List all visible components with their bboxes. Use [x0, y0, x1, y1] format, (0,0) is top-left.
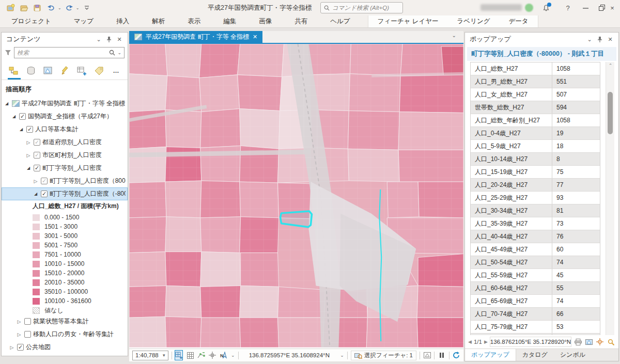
add-standalone-table-button[interactable]	[74, 64, 89, 77]
map-canvas[interactable]	[129, 44, 463, 349]
undo-button[interactable]	[45, 2, 57, 13]
popup-scrollbar[interactable]: ⌃	[606, 62, 614, 335]
coordinates-dropdown-icon[interactable]: ⌄	[340, 353, 344, 358]
statusbar-more-icon[interactable]: ⌄	[231, 353, 235, 358]
extent-button[interactable]	[423, 350, 431, 360]
tree-expander-icon[interactable]	[33, 179, 39, 184]
grid-button[interactable]	[186, 350, 194, 360]
layer-tree-item[interactable]: 人口等基本集計	[2, 123, 128, 136]
dock-tab[interactable]: カタログ	[516, 349, 554, 361]
list-by-editing-button[interactable]	[58, 64, 73, 77]
pin-icon[interactable]	[104, 34, 114, 44]
zoom-to-feature-icon[interactable]	[596, 337, 605, 347]
list-by-drawing-order-button[interactable]	[7, 64, 22, 77]
layer-tree-item[interactable]: 町丁字等別_人口密度	[2, 162, 128, 175]
redo-button[interactable]	[64, 2, 75, 13]
tree-expander-icon[interactable]	[9, 345, 15, 350]
previous-feature-icon[interactable]: ◀	[468, 339, 472, 344]
next-feature-icon[interactable]: ▶	[484, 339, 488, 344]
layer-tree-item[interactable]: 就業状態等基本集計	[2, 315, 128, 328]
ribbon-tab[interactable]: 解析	[141, 15, 176, 27]
close-window-button[interactable]: ×	[603, 0, 620, 15]
layer-tree-item[interactable]: 平成27年国勢調査 町丁・字等 全指標	[2, 97, 128, 110]
layer-tree-item[interactable]: 公共地図	[2, 341, 128, 354]
tab-list-dropdown-icon[interactable]: ⌄	[452, 33, 456, 38]
contents-more-options-button[interactable]: …	[109, 64, 123, 77]
user-avatar[interactable]	[525, 4, 533, 12]
pause-drawing-button[interactable]	[438, 350, 446, 360]
tree-expander-icon[interactable]	[4, 101, 10, 106]
selected-features-indicator[interactable]: 選択フィーチャ: 1	[351, 351, 416, 360]
list-by-data-source-button[interactable]	[24, 64, 39, 77]
scrollbar-thumb[interactable]	[608, 92, 613, 134]
new-project-button[interactable]	[5, 2, 17, 13]
layer-visibility-checkbox[interactable]	[26, 126, 33, 133]
tree-expander-icon[interactable]	[25, 166, 32, 170]
popup-pager[interactable]: ◀ 1/1 ▶	[468, 339, 488, 345]
tree-expander-icon[interactable]	[18, 127, 24, 132]
ribbon-tab[interactable]: 画像	[247, 15, 283, 27]
customize-quick-access-button[interactable]	[81, 2, 92, 13]
layer-visibility-checkbox[interactable]	[41, 191, 48, 197]
ribbon-tab[interactable]: 表示	[176, 15, 212, 27]
label-visibility-button[interactable]	[91, 64, 106, 77]
layer-tree-item[interactable]: 移動人口の男女・年齢等集計	[2, 328, 128, 341]
filter-icon[interactable]	[5, 50, 11, 56]
layer-tree-item[interactable]: 国勢調査_全指標（平成27年）	[2, 110, 128, 123]
list-by-selection-button[interactable]	[41, 64, 56, 77]
save-project-button[interactable]	[32, 2, 43, 13]
tree-expander-icon[interactable]	[25, 153, 32, 158]
layer-visibility-checkbox[interactable]	[24, 318, 31, 325]
layer-visibility-checkbox[interactable]	[34, 152, 40, 159]
scroll-up-icon[interactable]: ⌃	[606, 63, 615, 68]
tree-expander-icon[interactable]	[16, 332, 22, 337]
ribbon-tab[interactable]: ヘルプ	[319, 15, 361, 27]
layer-visibility-checkbox[interactable]	[24, 331, 31, 338]
panel-menu-icon[interactable]: ⌄	[94, 34, 104, 44]
command-search-input[interactable]: コマンド検索 (Alt+Q)	[320, 2, 403, 13]
layer-visibility-checkbox[interactable]	[17, 344, 24, 351]
tree-expander-icon[interactable]	[11, 114, 17, 119]
ribbon-tab[interactable]: 挿入	[105, 15, 141, 27]
map-tab[interactable]: 平成27年国勢調査 町丁・字等 全指標 ✕	[129, 31, 262, 43]
pin-icon[interactable]	[595, 34, 605, 44]
layer-tree-item[interactable]: 市区町村別_人口密度	[2, 149, 128, 162]
tree-expander-icon[interactable]	[25, 140, 32, 145]
tree-expander-icon[interactable]	[33, 192, 39, 196]
popup-feature-header[interactable]: 町丁字等別_人口密度（-80000） - 則武１丁目	[467, 47, 616, 61]
close-icon[interactable]: ✕	[114, 34, 125, 44]
ribbon-contextual-tab[interactable]: データ	[500, 15, 538, 27]
north-arrow-button[interactable]: N	[220, 350, 228, 360]
map-scale-combo[interactable]: 1:40,788 ▾	[132, 351, 168, 360]
selected-feature-highlight[interactable]	[281, 211, 312, 227]
ribbon-tab[interactable]: マップ	[63, 15, 105, 27]
minimize-button[interactable]	[577, 0, 594, 15]
panel-menu-icon[interactable]: ⌄	[584, 34, 595, 44]
layer-tree-item[interactable]: 町丁字等別_人口密度（80001-...	[2, 175, 128, 187]
tree-expander-icon[interactable]	[16, 319, 22, 324]
open-project-button[interactable]	[19, 2, 30, 13]
dock-tab[interactable]: シンボル	[554, 349, 592, 361]
redo-dropdown-icon[interactable]: ⌄	[76, 6, 80, 10]
ribbon-tab[interactable]: 編集	[212, 15, 247, 27]
contents-search-input[interactable]: 検索 ⌄	[14, 47, 125, 58]
print-icon[interactable]	[574, 337, 582, 347]
ribbon-tab[interactable]: 共有	[283, 15, 319, 27]
refresh-button[interactable]	[452, 350, 460, 360]
notifications-button[interactable]	[537, 0, 555, 15]
layer-visibility-checkbox[interactable]	[34, 139, 40, 146]
search-options-icon[interactable]: ⌄	[117, 50, 121, 55]
snapping-button[interactable]	[197, 350, 206, 360]
close-icon[interactable]: ✕	[605, 34, 615, 44]
undo-dropdown-icon[interactable]: ⌄	[58, 6, 61, 10]
layout-grid-button[interactable]	[175, 350, 183, 360]
close-map-tab-icon[interactable]: ✕	[253, 34, 257, 40]
ribbon-contextual-tab[interactable]: ラベリング	[448, 15, 500, 27]
layer-tree-item[interactable]: 町丁字等別_人口密度（-80000...	[2, 187, 128, 200]
crosshair-button[interactable]	[208, 350, 216, 360]
help-button[interactable]: ?	[559, 0, 577, 15]
layer-visibility-checkbox[interactable]	[19, 113, 26, 120]
dock-tab[interactable]: ポップアップ	[465, 349, 516, 361]
layer-tree-item[interactable]: 都道府県別_人口密度	[2, 136, 128, 149]
select-feature-icon[interactable]	[584, 337, 593, 347]
